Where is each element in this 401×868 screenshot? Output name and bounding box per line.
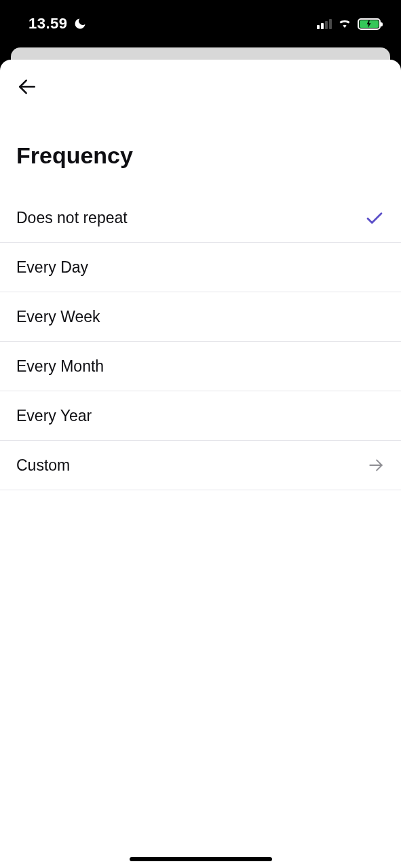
status-left: 13.59 <box>28 15 87 33</box>
status-time: 13.59 <box>28 15 68 33</box>
status-right <box>317 17 381 31</box>
cellular-icon <box>317 18 332 29</box>
battery-icon <box>358 18 381 30</box>
frequency-option[interactable]: Every Year <box>0 391 401 441</box>
option-label: Custom <box>16 456 70 475</box>
back-button[interactable] <box>16 73 43 100</box>
status-bar: 13.59 <box>0 0 401 47</box>
option-label: Every Day <box>16 258 88 277</box>
wifi-icon <box>337 17 352 31</box>
frequency-option[interactable]: Every Day <box>0 243 401 292</box>
nav-bar <box>0 60 401 100</box>
option-label: Every Year <box>16 407 92 425</box>
check-icon <box>364 208 385 228</box>
frequency-option[interactable]: Custom <box>0 441 401 490</box>
option-label: Every Month <box>16 357 104 376</box>
modal-sheet: Frequency Does not repeatEvery DayEvery … <box>0 60 401 868</box>
option-label: Does not repeat <box>16 209 128 227</box>
frequency-option[interactable]: Every Week <box>0 292 401 342</box>
frequency-option[interactable]: Every Month <box>0 342 401 391</box>
do-not-disturb-icon <box>73 17 87 31</box>
home-indicator <box>130 857 272 861</box>
option-label: Every Week <box>16 308 100 326</box>
arrow-left-icon <box>16 76 38 98</box>
device-frame: 13.59 <box>0 0 401 868</box>
frequency-option[interactable]: Does not repeat <box>0 193 401 243</box>
arrow-right-icon <box>367 456 385 474</box>
frequency-options-list: Does not repeatEvery DayEvery WeekEvery … <box>0 193 401 490</box>
page-title: Frequency <box>0 100 401 193</box>
